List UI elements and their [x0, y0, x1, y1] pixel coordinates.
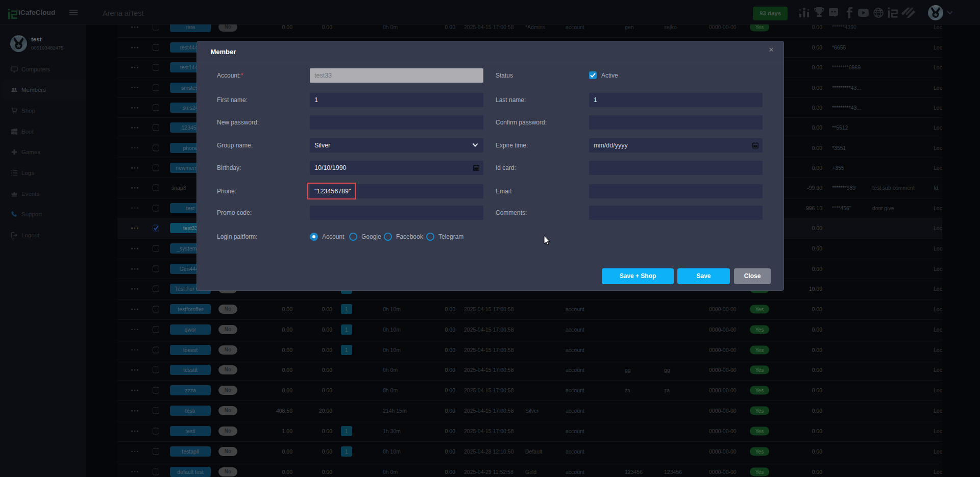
svg-text:PLATINUM: PLATINUM [932, 5, 940, 7]
svg-text:PLATINUM: PLATINUM [14, 36, 23, 38]
